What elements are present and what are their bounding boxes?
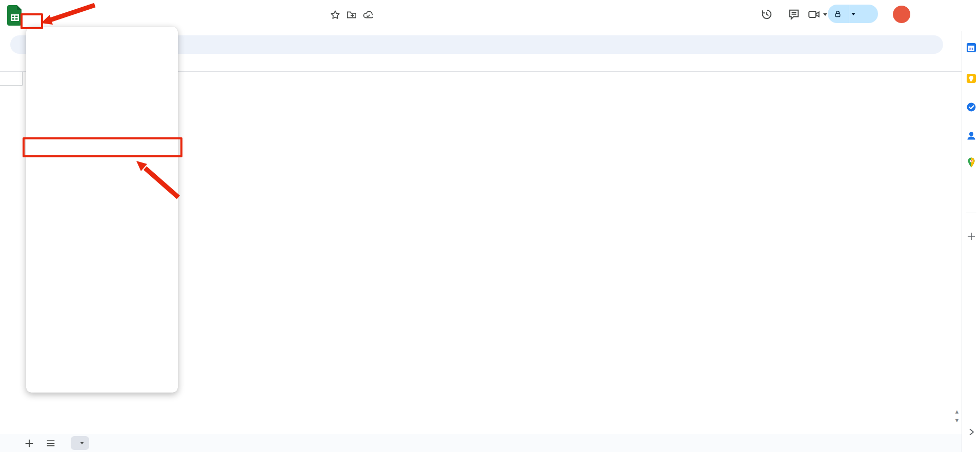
version-history-icon[interactable]	[761, 8, 773, 20]
select-all-corner[interactable]	[0, 72, 23, 86]
avatar[interactable]	[893, 6, 910, 23]
svg-text:31: 31	[969, 47, 974, 51]
annotation-box-file-menu	[21, 13, 43, 29]
lock-icon	[834, 10, 842, 18]
sheet-bar	[0, 434, 962, 452]
all-sheets-icon[interactable]	[45, 438, 56, 449]
sheet-tab[interactable]	[71, 436, 89, 450]
scroll-down-button[interactable]: ▼	[953, 416, 961, 424]
share-dropdown-icon[interactable]	[851, 13, 855, 15]
rail-divider	[966, 213, 976, 213]
move-folder-icon[interactable]	[346, 10, 357, 20]
cloud-saved-icon[interactable]	[363, 10, 373, 20]
add-sheet-icon[interactable]	[24, 438, 35, 449]
calendar-icon[interactable]: 31	[966, 42, 977, 53]
sheet-tab-menu-icon[interactable]	[80, 442, 84, 444]
get-addons-icon[interactable]	[966, 231, 977, 242]
comment-history-icon[interactable]	[788, 8, 800, 20]
star-icon[interactable]	[330, 10, 340, 20]
annotation-box-download	[23, 137, 182, 157]
contacts-icon[interactable]	[966, 130, 977, 141]
video-call-icon[interactable]	[808, 8, 820, 20]
video-call-dropdown-icon[interactable]	[823, 13, 827, 16]
show-side-panel-icon[interactable]	[966, 426, 977, 438]
side-panel-rail: 31	[962, 31, 980, 452]
tasks-icon[interactable]	[966, 101, 977, 113]
file-menu-dropdown	[26, 27, 178, 393]
keep-icon[interactable]	[966, 73, 977, 84]
scroll-up-button[interactable]: ▲	[953, 407, 961, 416]
maps-icon[interactable]	[966, 157, 977, 168]
share-button[interactable]	[828, 5, 878, 23]
share-divider	[849, 5, 849, 23]
